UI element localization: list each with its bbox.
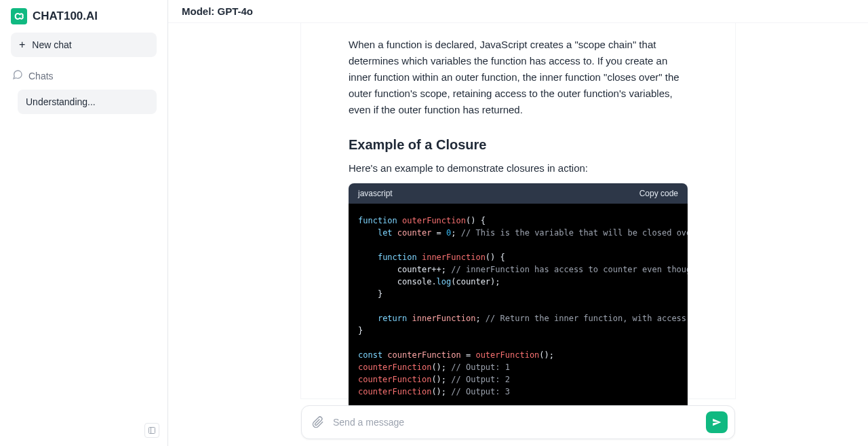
chats-section-header: Chats (11, 69, 157, 83)
plus-icon: + (19, 39, 25, 50)
assistant-message: When a function is declared, JavaScript … (301, 23, 735, 398)
brand-logo-icon (11, 8, 27, 24)
main-area: Model: GPT-4o When a function is declare… (168, 0, 868, 446)
code-language-label: javascript (358, 189, 393, 198)
model-prefix: Model: (182, 5, 218, 17)
model-name: GPT-4o (218, 5, 254, 17)
message-paragraph: When a function is declared, JavaScript … (349, 37, 688, 118)
chat-bubble-icon (12, 69, 23, 83)
new-chat-label: New chat (32, 39, 71, 50)
sidebar: CHAT100.AI + New chat Chats Understandin… (0, 0, 168, 446)
copy-code-button[interactable]: Copy code (639, 189, 678, 198)
new-chat-button[interactable]: + New chat (11, 33, 157, 57)
code-block: javascript Copy code function outerFunct… (349, 183, 688, 409)
message-heading: Example of a Closure (349, 137, 688, 153)
brand-name: CHAT100.AI (33, 10, 98, 23)
chats-label: Chats (28, 71, 54, 81)
message-paragraph: Here's an example to demonstrate closure… (349, 162, 688, 174)
attach-button[interactable] (309, 413, 328, 432)
code-body: function outerFunction() { let counter =… (349, 204, 688, 409)
brand-row: CHAT100.AI (11, 8, 157, 24)
sidebar-collapse-button[interactable] (144, 423, 159, 438)
code-block-header: javascript Copy code (349, 183, 688, 204)
chat-item[interactable]: Understanding... (18, 90, 157, 114)
message-input-bar (301, 405, 735, 439)
send-button[interactable] (706, 411, 728, 433)
svg-rect-0 (149, 428, 155, 434)
model-header: Model: GPT-4o (168, 0, 868, 23)
chat-scroll-area[interactable]: When a function is declared, JavaScript … (168, 23, 868, 446)
message-input[interactable] (328, 413, 706, 432)
